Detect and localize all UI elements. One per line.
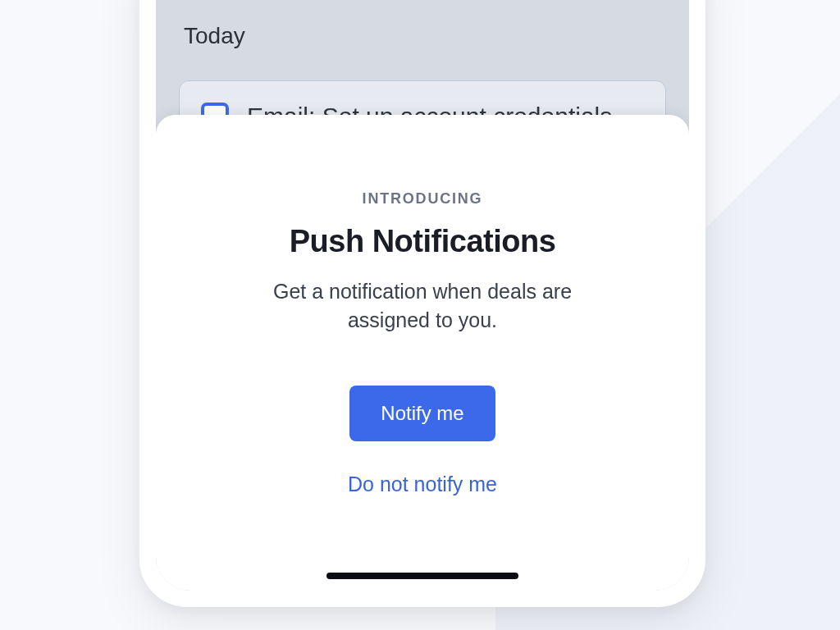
phone-frame: Today Email: Set up account credentials … bbox=[139, 0, 705, 607]
phone-screen: Today Email: Set up account credentials … bbox=[156, 0, 689, 591]
bottom-sheet-modal: INTRODUCING Push Notifications Get a not… bbox=[156, 115, 689, 591]
do-not-notify-button[interactable]: Do not notify me bbox=[348, 472, 497, 496]
notify-me-button[interactable]: Notify me bbox=[349, 386, 495, 441]
section-header: Today bbox=[184, 23, 245, 49]
app-content: Today Email: Set up account credentials … bbox=[156, 0, 689, 591]
sheet-subcopy: Get a notification when deals are assign… bbox=[242, 277, 603, 335]
home-indicator[interactable] bbox=[326, 573, 518, 579]
sheet-headline: Push Notifications bbox=[290, 224, 556, 259]
sheet-eyebrow: INTRODUCING bbox=[363, 190, 483, 208]
